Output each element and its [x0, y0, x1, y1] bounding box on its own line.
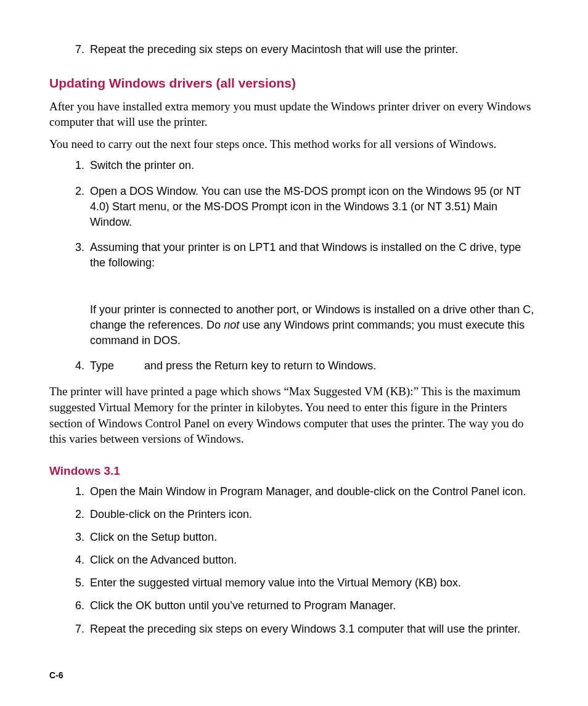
step-item: Open a DOS Window. You can use the MS-DO… [88, 184, 539, 231]
step-item: Repeat the preceding six steps on every … [88, 42, 539, 57]
step-text: Repeat the preceding six steps on every … [90, 43, 458, 55]
step-sub-paragraph: If your printer is connected to another … [90, 302, 539, 349]
body-paragraph: You need to carry out the next four step… [49, 136, 539, 152]
step-text: Repeat the preceding six steps on every … [90, 623, 520, 635]
step-text: Open the Main Window in Program Manager,… [90, 485, 526, 498]
step-text: Open a DOS Window. You can use the MS-DO… [90, 185, 521, 228]
continuation-step-list: Repeat the preceding six steps on every … [49, 42, 539, 57]
procedure-step-list: Switch the printer on. Open a DOS Window… [49, 158, 539, 374]
step-text: Switch the printer on. [90, 159, 194, 171]
step-text: Click on the Advanced button. [90, 554, 237, 566]
step-item: Type and press the Return key to return … [88, 358, 539, 374]
step-text: Double-click on the Printers icon. [90, 508, 252, 520]
page-number: C-6 [49, 670, 63, 681]
step-text: Assuming that your printer is on LPT1 an… [90, 241, 521, 269]
step-item: Click on the Setup button. [88, 530, 539, 545]
body-paragraph: After you have installed extra memory yo… [49, 99, 539, 130]
section-heading-updating-windows-drivers: Updating Windows drivers (all versions) [49, 75, 539, 92]
step-text: Enter the suggested virtual memory value… [90, 577, 461, 589]
step-text: and press the Return key to return to Wi… [141, 359, 376, 372]
step-text: Type [90, 359, 114, 372]
section-heading-windows-31: Windows 3.1 [49, 463, 539, 479]
step-item: Click the OK button until you’ve returne… [88, 598, 539, 614]
step-item: Click on the Advanced button. [88, 552, 539, 568]
step-item: Assuming that your printer is on LPT1 an… [88, 240, 539, 348]
step-item: Double-click on the Printers icon. [88, 507, 539, 522]
step-item: Enter the suggested virtual memory value… [88, 575, 539, 591]
procedure-step-list: Open the Main Window in Program Manager,… [49, 484, 539, 637]
step-item: Open the Main Window in Program Manager,… [88, 484, 539, 499]
step-item: Switch the printer on. [88, 158, 539, 173]
step-text: Click the OK button until you’ve returne… [90, 599, 396, 612]
step-item: Repeat the preceding six steps on every … [88, 622, 539, 637]
step-text: Click on the Setup button. [90, 531, 217, 543]
emphasis-text: not [224, 319, 239, 331]
body-paragraph: The printer will have printed a page whi… [49, 384, 539, 447]
